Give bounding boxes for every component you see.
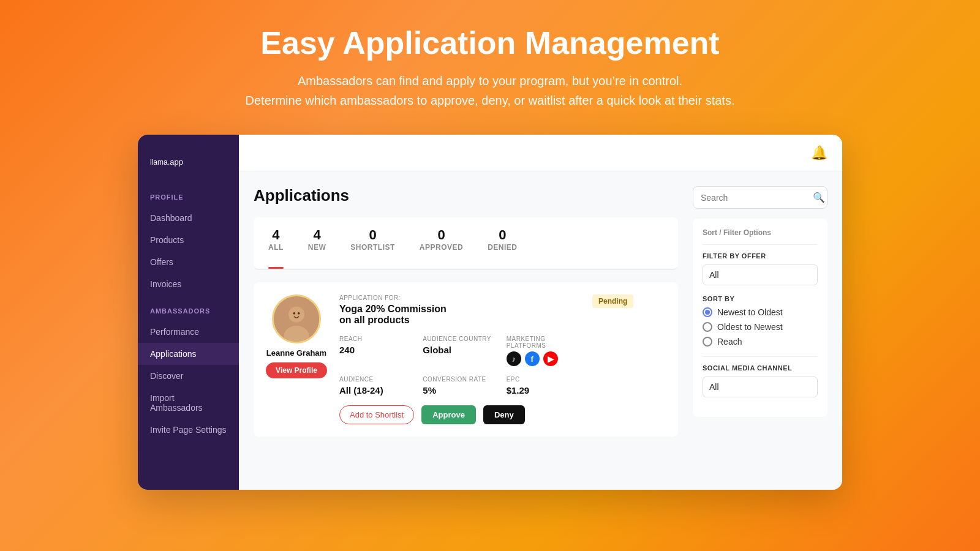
sidebar-item-label: Invite Page Settings xyxy=(150,425,227,435)
avatar xyxy=(272,294,321,343)
tab-denied[interactable]: 0 DENIED xyxy=(488,227,517,259)
right-panel: 🔍 Sort / Filter Options FILTER BY OFFER … xyxy=(693,186,827,475)
sidebar-item-dashboard[interactable]: Dashboard xyxy=(138,207,239,229)
sidebar-item-label: Dashboard xyxy=(150,213,192,223)
approve-button[interactable]: Approve xyxy=(421,405,476,424)
divider-2 xyxy=(703,356,818,357)
sort-reach-label: Reach xyxy=(717,337,742,347)
svg-point-1 xyxy=(288,307,304,323)
epc-label: EPC xyxy=(507,376,580,383)
social-media-channel-label: SOCIAL MEDIA CHANNEL xyxy=(703,364,818,372)
hero-title: Easy Application Management xyxy=(260,24,719,61)
card-actions: Pending xyxy=(592,294,666,308)
audience-label: AUDIENCE xyxy=(339,376,413,383)
sidebar-item-import-ambassadors[interactable]: Import Ambassadors xyxy=(138,387,239,419)
svg-point-3 xyxy=(293,312,295,315)
sort-oldest-to-newest[interactable]: Oldest to Newest xyxy=(703,322,818,332)
stat-reach: REACH 240 xyxy=(339,335,413,366)
tabs-row: 4 ALL 4 NEW 0 SHORTLIST 0 APPROVED xyxy=(254,217,678,270)
logo-suffix: .app xyxy=(168,157,183,167)
logo-text: llama xyxy=(150,158,168,167)
stat-marketing-platforms: MARKETING PLATFORMS ♪ f ▶ xyxy=(507,335,580,366)
tab-denied-count: 0 xyxy=(499,227,506,243)
tab-denied-label: DENIED xyxy=(488,243,517,252)
stat-audience: AUDIENCE All (18-24) xyxy=(339,376,413,395)
sort-newest-label: Newest to Oldest xyxy=(717,307,783,317)
main-content: 🔔 Applications 4 ALL 4 NEW xyxy=(239,135,842,490)
audience-country-label: AUDIENCE COUNTRY xyxy=(423,335,496,342)
page-title: Applications xyxy=(254,186,678,205)
left-panel: Applications 4 ALL 4 NEW 0 SHORTLIST xyxy=(254,186,678,475)
tab-all[interactable]: 4 ALL xyxy=(268,227,284,259)
tab-new[interactable]: 4 NEW xyxy=(308,227,326,259)
social-media-channel-group: SOCIAL MEDIA CHANNEL All xyxy=(703,364,818,397)
stat-audience-country: AUDIENCE COUNTRY Global xyxy=(423,335,496,366)
marketing-platforms-label: MARKETING PLATFORMS xyxy=(507,335,580,349)
sidebar-item-performance[interactable]: Performance xyxy=(138,321,239,343)
tab-all-count: 4 xyxy=(272,227,279,243)
top-bar: 🔔 xyxy=(239,135,842,171)
reach-value: 240 xyxy=(339,345,413,355)
platform-icons: ♪ f ▶ xyxy=(507,351,580,366)
conversion-rate-value: 5% xyxy=(423,385,496,395)
sidebar: llama.app PROFILE Dashboard Products Off… xyxy=(138,135,239,490)
hero-subtitle-line1: Ambassadors can find and apply to your p… xyxy=(298,74,682,88)
search-input[interactable] xyxy=(701,193,808,203)
tab-all-label: ALL xyxy=(268,243,284,252)
view-profile-button[interactable]: View Profile xyxy=(266,362,327,378)
divider xyxy=(703,244,818,245)
sidebar-logo: llama.app xyxy=(138,149,239,187)
stat-conversion-rate: CONVERSION RATE 5% xyxy=(423,376,496,395)
stat-epc: EPC $1.29 xyxy=(507,376,580,395)
filter-by-offer-label: FILTER BY OFFER xyxy=(703,252,818,260)
sidebar-item-products[interactable]: Products xyxy=(138,229,239,251)
add-to-shortlist-button[interactable]: Add to Shortlist xyxy=(339,405,414,424)
sort-by-label: SORT BY xyxy=(703,295,818,302)
hero-subtitle: Ambassadors can find and apply to your p… xyxy=(246,71,735,110)
sidebar-item-offers[interactable]: Offers xyxy=(138,251,239,273)
tab-approved[interactable]: 0 APPROVED xyxy=(420,227,463,259)
sort-newest-radio[interactable] xyxy=(703,307,712,317)
filter-by-offer-group: FILTER BY OFFER All xyxy=(703,252,818,285)
filter-by-offer-select[interactable]: All xyxy=(703,264,818,285)
sidebar-item-invite-page-settings[interactable]: Invite Page Settings xyxy=(138,419,239,441)
facebook-icon: f xyxy=(525,351,540,366)
search-icon: 🔍 xyxy=(813,192,825,203)
sort-oldest-radio[interactable] xyxy=(703,322,712,332)
application-card: Leanne Graham View Profile APPLICATION F… xyxy=(254,282,678,437)
sidebar-item-invoices[interactable]: Invoices xyxy=(138,273,239,295)
sort-filter-title: Sort / Filter Options xyxy=(703,228,818,237)
deny-button[interactable]: Deny xyxy=(483,405,525,424)
audience-country-value: Global xyxy=(423,345,496,355)
conversion-rate-label: CONVERSION RATE xyxy=(423,376,496,383)
tab-approved-label: APPROVED xyxy=(420,243,463,252)
sidebar-item-label: Products xyxy=(150,235,184,245)
sort-reach-radio[interactable] xyxy=(703,337,712,347)
offer-name-line2: on all products xyxy=(339,315,410,325)
stats-grid: REACH 240 AUDIENCE COUNTRY Global MARKET… xyxy=(339,335,580,395)
sidebar-item-applications[interactable]: Applications xyxy=(138,343,239,365)
epc-value: $1.29 xyxy=(507,385,580,395)
tiktok-icon: ♪ xyxy=(507,351,521,366)
sidebar-item-label: Invoices xyxy=(150,279,181,289)
sidebar-item-label: Applications xyxy=(150,349,197,359)
sidebar-item-label: Performance xyxy=(150,327,199,337)
sidebar-item-label: Discover xyxy=(150,371,183,381)
offer-name-line1: Yoga 20% Commission xyxy=(339,304,447,314)
social-media-channel-select[interactable]: All xyxy=(703,377,818,397)
content-area: Applications 4 ALL 4 NEW 0 SHORTLIST xyxy=(239,171,842,490)
sidebar-item-discover[interactable]: Discover xyxy=(138,365,239,387)
sort-newest-to-oldest[interactable]: Newest to Oldest xyxy=(703,307,818,317)
profile-section-label: PROFILE xyxy=(138,193,239,207)
youtube-icon: ▶ xyxy=(543,351,558,366)
tab-approved-count: 0 xyxy=(437,227,445,243)
notification-bell-icon[interactable]: 🔔 xyxy=(811,145,827,161)
tab-shortlist-label: SHORTLIST xyxy=(350,243,395,252)
search-box[interactable]: 🔍 xyxy=(693,186,827,209)
sort-reach[interactable]: Reach xyxy=(703,337,818,347)
app-window: llama.app PROFILE Dashboard Products Off… xyxy=(138,135,842,490)
tab-new-label: NEW xyxy=(308,243,326,252)
svg-point-4 xyxy=(298,312,300,315)
tab-shortlist-count: 0 xyxy=(369,227,376,243)
tab-shortlist[interactable]: 0 SHORTLIST xyxy=(350,227,395,259)
